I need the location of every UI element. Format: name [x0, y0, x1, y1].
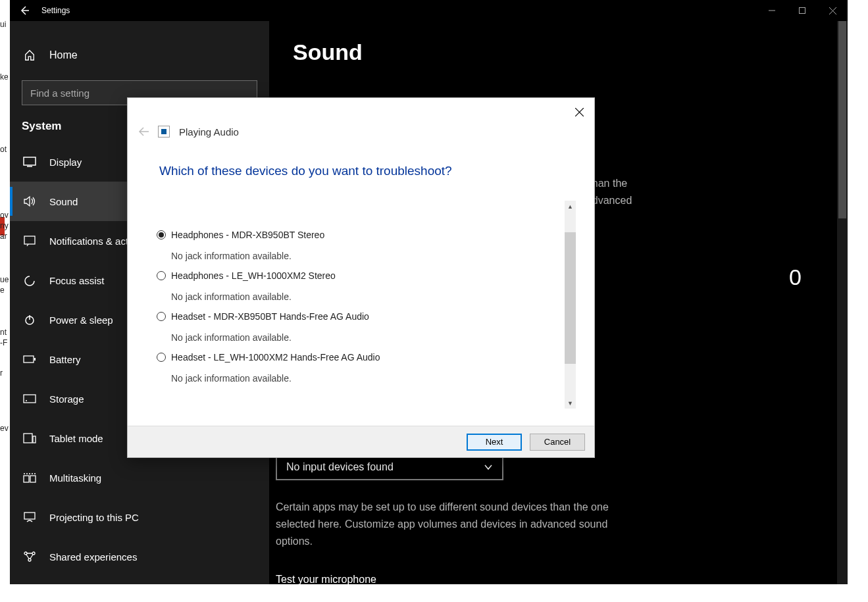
device-option-label: Headset - MDR-XB950BT Hands-Free AG Audi… — [171, 311, 369, 322]
sidebar-home[interactable]: Home — [10, 37, 269, 74]
device-option[interactable]: Headphones - MDR-XB950BT Stereo No jack … — [157, 230, 565, 261]
sidebar-item-label: Shared experiences — [49, 551, 137, 563]
svg-rect-5 — [34, 358, 36, 361]
volume-value: 0 — [789, 264, 802, 290]
dialog-footer: Next Cancel — [128, 426, 594, 457]
device-option[interactable]: Headset - MDR-XB950BT Hands-Free AG Audi… — [157, 311, 565, 343]
device-option-label: Headset - LE_WH-1000XM2 Hands-Free AG Au… — [171, 352, 380, 363]
test-microphone-label: Test your microphone — [276, 574, 644, 586]
tablet-mode-icon — [23, 432, 36, 445]
svg-rect-12 — [24, 513, 35, 519]
dialog-options-list: Headphones - MDR-XB950BT Stereo No jack … — [157, 230, 565, 419]
radio-icon — [157, 230, 166, 239]
dialog-title: Playing Audio — [179, 126, 239, 138]
radio-icon — [157, 271, 166, 280]
page-title: Sound — [293, 39, 828, 65]
next-button[interactable]: Next — [467, 434, 522, 451]
troubleshooter-dialog: Playing Audio Which of these devices do … — [127, 97, 595, 458]
svg-rect-8 — [24, 434, 32, 443]
window-title: Settings — [41, 6, 70, 15]
troubleshooter-icon — [158, 126, 170, 138]
input-device-dropdown[interactable]: No input devices found — [276, 454, 503, 480]
sidebar-item-label: Storage — [49, 393, 84, 405]
background-window-sliver: ui ke ot ov ny ar ue e nt -F r ev — [0, 0, 10, 602]
back-button[interactable] — [10, 0, 39, 21]
dialog-scrollbar[interactable]: ▲ ▼ — [565, 201, 576, 409]
svg-rect-4 — [24, 356, 34, 363]
sidebar-item-shared-experiences[interactable]: Shared experiences — [10, 537, 269, 576]
close-button[interactable] — [817, 0, 848, 21]
svg-rect-2 — [24, 236, 35, 244]
svg-point-14 — [32, 552, 35, 555]
storage-icon — [23, 392, 36, 405]
sidebar-item-label: Display — [49, 157, 82, 168]
svg-rect-0 — [800, 8, 805, 14]
sidebar-item-label: Sound — [49, 196, 78, 207]
scrollbar-thumb[interactable] — [838, 21, 846, 218]
content-scrollbar[interactable] — [837, 21, 848, 584]
svg-rect-1 — [24, 157, 36, 165]
dialog-close-button[interactable] — [571, 103, 588, 120]
svg-point-13 — [24, 552, 27, 555]
device-option-sub: No jack information available. — [171, 373, 565, 384]
sidebar-item-label: Battery — [49, 354, 81, 365]
svg-point-15 — [28, 559, 31, 561]
svg-rect-11 — [30, 476, 36, 482]
sidebar-item-label: Projecting to this PC — [49, 512, 139, 523]
scroll-down-button[interactable]: ▼ — [565, 397, 576, 409]
home-icon — [23, 49, 36, 61]
dialog-header: Playing Audio — [128, 98, 594, 138]
display-icon — [23, 155, 36, 168]
svg-rect-10 — [24, 476, 29, 482]
sidebar-item-multitasking[interactable]: Multitasking — [10, 458, 269, 497]
dialog-back-button[interactable] — [138, 127, 149, 136]
notifications-icon — [23, 234, 36, 247]
projecting-icon — [23, 511, 36, 524]
device-option-label: Headphones - MDR-XB950BT Stereo — [171, 230, 324, 240]
sidebar-item-label: Tablet mode — [49, 433, 103, 444]
sidebar-item-label: Focus assist — [49, 275, 104, 286]
device-option[interactable]: Headset - LE_WH-1000XM2 Hands-Free AG Au… — [157, 352, 565, 384]
multitasking-icon — [23, 471, 36, 484]
dropdown-value: No input devices found — [286, 461, 394, 473]
svg-point-7 — [26, 400, 27, 401]
sidebar-item-label: Power & sleep — [49, 314, 113, 326]
power-icon — [23, 313, 36, 326]
device-option-sub: No jack information available. — [171, 332, 565, 343]
radio-icon — [157, 312, 166, 321]
shared-experiences-icon — [23, 550, 36, 563]
device-option[interactable]: Headphones - LE_WH-1000XM2 Stereo No jac… — [157, 270, 565, 302]
svg-rect-9 — [33, 436, 36, 443]
sidebar-item-label: Multitasking — [49, 472, 101, 484]
device-option-sub: No jack information available. — [171, 291, 565, 302]
chevron-down-icon — [484, 463, 493, 472]
search-placeholder: Find a setting — [30, 88, 89, 99]
focus-assist-icon — [23, 274, 36, 287]
input-description: Certain apps may be set up to use differ… — [276, 499, 644, 550]
dialog-question: Which of these devices do you want to tr… — [128, 138, 594, 178]
radio-icon — [157, 353, 166, 362]
cancel-button[interactable]: Cancel — [530, 434, 585, 451]
sidebar-home-label: Home — [49, 49, 78, 61]
sidebar-item-projecting[interactable]: Projecting to this PC — [10, 497, 269, 537]
scroll-up-button[interactable]: ▲ — [565, 201, 576, 212]
device-option-sub: No jack information available. — [171, 251, 565, 261]
svg-rect-6 — [24, 395, 36, 403]
sound-icon — [23, 195, 36, 208]
device-option-label: Headphones - LE_WH-1000XM2 Stereo — [171, 270, 336, 281]
battery-icon — [23, 353, 36, 366]
titlebar: Settings — [10, 0, 848, 21]
scrollbar-thumb[interactable] — [565, 232, 576, 364]
maximize-button[interactable] — [787, 0, 817, 21]
minimize-button[interactable] — [757, 0, 787, 21]
